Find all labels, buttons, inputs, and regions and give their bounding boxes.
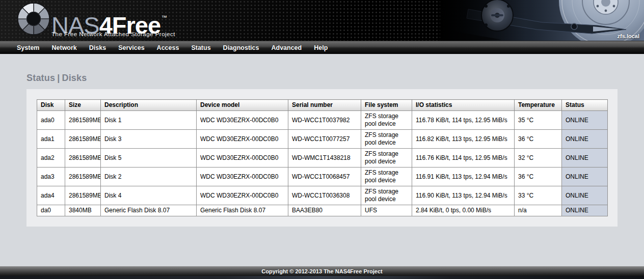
cell-file-system: ZFS storage pool device: [361, 111, 412, 130]
cell-file-system: ZFS storage pool device: [361, 149, 412, 168]
cell-disk: ada4: [37, 186, 65, 205]
cell-temperature: n/a: [515, 205, 562, 216]
cell-status: ONLINE: [562, 149, 608, 168]
table-row-ada3: ada3 2861589MB Disk 2 WDC WD30EZRX-00DC0…: [37, 168, 608, 186]
cell-status: ONLINE: [562, 168, 608, 186]
cell-size: 3840MB: [65, 205, 101, 216]
cell-serial-number: WD-WCC1T0036308: [288, 186, 361, 205]
cell-description: Disk 1: [101, 111, 197, 130]
cell-device-model: WDC WD30EZRX-00DC0B0: [197, 130, 288, 149]
menu-item-access[interactable]: Access: [151, 44, 185, 51]
cell-io-statistics: 2.84 KiB/t, 0 tps, 0.00 MiB/s: [412, 205, 515, 216]
cell-device-model: WDC WD30EZRX-00DC0B0: [197, 149, 288, 168]
cell-file-system: UFS: [361, 205, 412, 216]
column-header-temperature: Temperature: [515, 100, 562, 111]
table-row-ada1: ada1 2861589MB Disk 3 WDC WD30EZRX-00DC0…: [37, 130, 608, 149]
page-title: Status|Disks: [26, 54, 618, 89]
column-header-serial-number: Serial number: [288, 100, 361, 111]
cell-temperature: 33 °C: [515, 186, 562, 205]
cell-temperature: 36 °C: [515, 130, 562, 149]
cell-description: Generic Flash Disk 8.07: [101, 205, 197, 216]
cell-device-model: WDC WD30EZRX-00DC0B0: [197, 111, 288, 130]
column-header-status: Status: [562, 100, 608, 111]
column-header-size: Size: [65, 100, 101, 111]
column-header-file-system: File system: [361, 100, 412, 111]
page-title-section: Status: [26, 73, 55, 83]
column-header-device-model: Device model: [197, 100, 288, 111]
cell-file-system: ZFS storage pool device: [361, 130, 412, 149]
trademark-symbol: ™: [162, 14, 167, 20]
nas4free-wheel-icon: [17, 2, 50, 36]
cell-temperature: 32 °C: [515, 149, 562, 168]
column-header-disk: Disk: [37, 100, 65, 111]
cell-file-system: ZFS storage pool device: [361, 168, 412, 186]
cell-description: Disk 4: [101, 186, 197, 205]
cell-disk: ada2: [37, 149, 65, 168]
cell-file-system: ZFS storage pool device: [361, 186, 412, 205]
cell-serial-number: WD-WCC1T0037982: [288, 111, 361, 130]
menu-item-advanced[interactable]: Advanced: [265, 44, 308, 51]
cell-size: 2861589MB: [65, 168, 101, 186]
cell-io-statistics: 116.76 KiB/t, 114 tps, 12.95 MiB/s: [412, 149, 515, 168]
cell-size: 2861589MB: [65, 130, 101, 149]
cell-serial-number: WD-WMC1T1438218: [288, 149, 361, 168]
cell-device-model: Generic Flash Disk 8.07: [197, 205, 288, 216]
main-menubar: System Network Disks Services Access Sta…: [0, 41, 644, 54]
table-row-da0: da0 3840MB Generic Flash Disk 8.07 Gener…: [37, 205, 608, 216]
cell-io-statistics: 116.78 KiB/t, 114 tps, 12.95 MiB/s: [412, 111, 515, 130]
cell-description: Disk 5: [101, 149, 197, 168]
menu-item-network[interactable]: Network: [45, 44, 83, 51]
cell-device-model: WDC WD30EZRX-00DC0B0: [197, 186, 288, 205]
page-title-separator: |: [55, 73, 62, 83]
disks-table: Disk Size Description Device model Seria…: [37, 99, 608, 216]
cell-size: 2861589MB: [65, 186, 101, 205]
content-panel: Disk Size Description Device model Seria…: [26, 89, 618, 227]
menu-item-diagnostics[interactable]: Diagnostics: [217, 44, 265, 51]
cell-temperature: 35 °C: [515, 111, 562, 130]
cell-size: 2861589MB: [65, 149, 101, 168]
page-title-page: Disks: [62, 73, 87, 83]
column-header-description: Description: [101, 100, 197, 111]
copyright-text: Copyright © 2012-2013 The NAS4Free Proje…: [261, 268, 382, 274]
column-header-io-statistics: I/O statistics: [412, 100, 515, 111]
table-header-row: Disk Size Description Device model Seria…: [37, 100, 608, 111]
cell-status: ONLINE: [562, 111, 608, 130]
cell-serial-number: BAA3EB80: [288, 205, 361, 216]
cell-description: Disk 3: [101, 130, 197, 149]
table-row-ada2: ada2 2861589MB Disk 5 WDC WD30EZRX-00DC0…: [37, 149, 608, 168]
bottom-edge-strip: [0, 276, 644, 279]
cell-size: 2861589MB: [65, 111, 101, 130]
menu-item-disks[interactable]: Disks: [83, 44, 112, 51]
cell-status: ONLINE: [562, 130, 608, 149]
cell-device-model: WDC WD30EZRX-00DC0B0: [197, 168, 288, 186]
table-row-ada0: ada0 2861589MB Disk 1 WDC WD30EZRX-00DC0…: [37, 111, 608, 130]
main-content: Status|Disks Disk Size Description Devic…: [0, 54, 644, 227]
menu-item-services[interactable]: Services: [112, 44, 150, 51]
cell-disk: ada0: [37, 111, 65, 130]
table-row-ada4: ada4 2861589MB Disk 4 WDC WD30EZRX-00DC0…: [37, 186, 608, 205]
photo-fade-overlay: [440, 0, 644, 41]
cell-serial-number: WD-WCC1T0077257: [288, 130, 361, 149]
cell-temperature: 36 °C: [515, 168, 562, 186]
cell-serial-number: WD-WCC1T0068457: [288, 168, 361, 186]
brand-tagline: The Free Network Attached Storage Projec…: [51, 31, 175, 37]
hostname-label: zfs.local: [618, 33, 639, 39]
cell-status: ONLINE: [562, 186, 608, 205]
footer-bar: Copyright © 2012-2013 The NAS4Free Proje…: [0, 266, 644, 276]
menu-item-status[interactable]: Status: [185, 44, 217, 51]
cell-io-statistics: 116.90 KiB/t, 113 tps, 12.94 MiB/s: [412, 186, 515, 205]
cell-disk: da0: [37, 205, 65, 216]
menu-item-system[interactable]: System: [11, 44, 45, 51]
cell-disk: ada3: [37, 168, 65, 186]
cell-io-statistics: 116.82 KiB/t, 113 tps, 12.95 MiB/s: [412, 130, 515, 149]
menu-item-help[interactable]: Help: [308, 44, 334, 51]
cell-disk: ada1: [37, 130, 65, 149]
hard-drive-photo: zfs.local: [440, 0, 644, 41]
cell-io-statistics: 116.91 KiB/t, 113 tps, 12.94 MiB/s: [412, 168, 515, 186]
cell-status: ONLINE: [562, 205, 608, 216]
header-banner: NAS4Free™ The Free Network Attached Stor…: [0, 0, 644, 41]
cell-description: Disk 2: [101, 168, 197, 186]
